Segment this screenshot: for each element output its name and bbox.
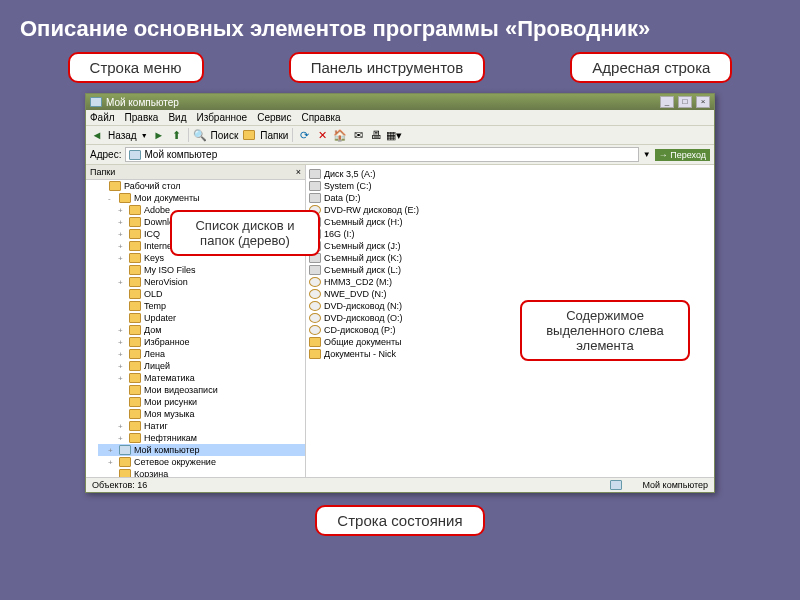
content-item[interactable]: Data (D:) xyxy=(309,192,711,204)
folder-icon xyxy=(129,217,141,227)
up-icon[interactable]: ⬆ xyxy=(170,128,184,142)
tree-item[interactable]: +Нефтяникам xyxy=(98,432,305,444)
computer-icon xyxy=(129,150,141,160)
close-tree-icon[interactable]: × xyxy=(296,167,301,177)
folder-icon xyxy=(129,373,141,383)
tree-item[interactable]: +Дом xyxy=(98,324,305,336)
menubar: ФайлПравкаВидИзбранноеСервисСправка xyxy=(86,110,714,126)
back-icon[interactable]: ◄ xyxy=(90,128,104,142)
drive-icon xyxy=(309,265,321,275)
minimize-button[interactable]: _ xyxy=(660,96,674,108)
maximize-button[interactable]: □ xyxy=(678,96,692,108)
callout-tree: Список дисков и папок (дерево) xyxy=(170,210,320,256)
window-title: Мой компьютер xyxy=(106,97,179,108)
tree-item[interactable]: Моя музыка xyxy=(98,408,305,420)
menu-item[interactable]: Избранное xyxy=(196,112,247,123)
tree-item[interactable]: +Математика xyxy=(98,372,305,384)
callout-content: Содержимое выделенного слева элемента xyxy=(520,300,690,361)
content-item[interactable]: Съемный диск (L:) xyxy=(309,264,711,276)
tree-item[interactable]: +Лена xyxy=(98,348,305,360)
drive-icon xyxy=(309,169,321,179)
cd-icon xyxy=(309,277,321,287)
forward-icon[interactable]: ► xyxy=(152,128,166,142)
menu-item[interactable]: Вид xyxy=(168,112,186,123)
tree-item[interactable]: Updater xyxy=(98,312,305,324)
folder-icon xyxy=(129,265,141,275)
folder-icon xyxy=(129,241,141,251)
address-bar: Адрес: Мой компьютер ▼ → Переход xyxy=(86,145,714,165)
folders-label[interactable]: Папки xyxy=(260,130,288,141)
folder-icon xyxy=(129,325,141,335)
folder-icon xyxy=(129,253,141,263)
folder-icon xyxy=(119,193,131,203)
drive-icon xyxy=(309,181,321,191)
folder-icon xyxy=(129,277,141,287)
label-status: Строка состояния xyxy=(315,505,484,536)
folder-icon xyxy=(119,445,131,455)
computer-icon xyxy=(90,97,102,107)
tree-item[interactable]: OLD xyxy=(98,288,305,300)
statusbar: Объектов: 16 Мой компьютер xyxy=(86,477,714,492)
folder-icon xyxy=(129,301,141,311)
content-item[interactable]: Диск 3,5 (A:) xyxy=(309,168,711,180)
folder-icon xyxy=(119,469,131,477)
tree-item[interactable]: Мои рисунки xyxy=(98,396,305,408)
label-address: Адресная строка xyxy=(570,52,732,83)
label-menu: Строка меню xyxy=(68,52,204,83)
menu-item[interactable]: Сервис xyxy=(257,112,291,123)
print-icon[interactable]: 🖶 xyxy=(369,128,383,142)
address-value: Мой компьютер xyxy=(144,149,217,160)
tree-item[interactable]: My ISO Files xyxy=(98,264,305,276)
cd-icon xyxy=(309,313,321,323)
sync-icon[interactable]: ⟳ xyxy=(297,128,311,142)
tree-item[interactable]: +Лицей xyxy=(98,360,305,372)
menu-item[interactable]: Файл xyxy=(90,112,115,123)
explorer-window: Мой компьютер _ □ × ФайлПравкаВидИзбранн… xyxy=(85,93,715,493)
content-item[interactable]: NWE_DVD (N:) xyxy=(309,288,711,300)
go-button[interactable]: → Переход xyxy=(655,149,710,161)
tree-item[interactable]: +Избранное xyxy=(98,336,305,348)
folder-icon xyxy=(129,229,141,239)
folders-icon[interactable] xyxy=(242,128,256,142)
toolbar: ◄ Назад ▼ ► ⬆ 🔍 Поиск Папки ⟳ ✕ 🏠 ✉ 🖶 ▦▾ xyxy=(86,126,714,145)
folder-icon xyxy=(109,181,121,191)
content-item[interactable]: Съемный диск (K:) xyxy=(309,252,711,264)
folder-icon xyxy=(309,337,321,347)
content-item[interactable]: DVD-RW дисковод (E:) xyxy=(309,204,711,216)
folder-icon xyxy=(129,349,141,359)
tree-item[interactable]: +Натиг xyxy=(98,420,305,432)
search-icon[interactable]: 🔍 xyxy=(193,128,207,142)
tree-item[interactable]: Рабочий стол xyxy=(98,180,305,192)
content-item[interactable]: Съемный диск (H:) xyxy=(309,216,711,228)
content-item[interactable]: 16G (I:) xyxy=(309,228,711,240)
tree-item[interactable]: +Сетевое окружение xyxy=(98,456,305,468)
tree-header: Папки× xyxy=(86,165,305,180)
tree-item[interactable]: Корзина xyxy=(98,468,305,477)
tree-item[interactable]: +NeroVision xyxy=(98,276,305,288)
search-label[interactable]: Поиск xyxy=(211,130,239,141)
content-item[interactable]: HMM3_CD2 (M:) xyxy=(309,276,711,288)
stop-icon[interactable]: ✕ xyxy=(315,128,329,142)
content-item[interactable]: System (C:) xyxy=(309,180,711,192)
menu-item[interactable]: Справка xyxy=(301,112,340,123)
folder-icon xyxy=(129,385,141,395)
cd-icon xyxy=(309,301,321,311)
tree-item[interactable]: -Мои документы xyxy=(98,192,305,204)
slide-title: Описание основных элементов программы «П… xyxy=(0,0,800,52)
cd-icon xyxy=(309,289,321,299)
computer-icon xyxy=(610,480,622,490)
back-label[interactable]: Назад xyxy=(108,130,137,141)
cd-icon xyxy=(309,325,321,335)
tree-item[interactable]: Мои видеозаписи xyxy=(98,384,305,396)
content-item[interactable]: Съемный диск (J:) xyxy=(309,240,711,252)
home-icon[interactable]: 🏠 xyxy=(333,128,347,142)
folder-icon xyxy=(129,397,141,407)
address-field[interactable]: Мой компьютер xyxy=(125,147,638,162)
label-toolbar: Панель инструментов xyxy=(289,52,485,83)
views-icon[interactable]: ▦▾ xyxy=(387,128,401,142)
menu-item[interactable]: Правка xyxy=(125,112,159,123)
tree-item[interactable]: Temp xyxy=(98,300,305,312)
mail-icon[interactable]: ✉ xyxy=(351,128,365,142)
tree-item[interactable]: +Мой компьютер xyxy=(98,444,305,456)
close-button[interactable]: × xyxy=(696,96,710,108)
